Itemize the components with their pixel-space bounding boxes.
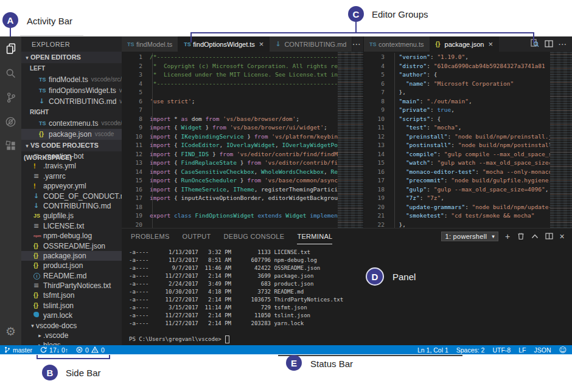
file-tree-item[interactable]: ≡.yarnrc bbox=[21, 171, 122, 181]
code-line[interactable]: 19 "7z": "7z", bbox=[364, 194, 550, 203]
folder-item[interactable]: ▸.vscode bbox=[21, 331, 122, 340]
language-mode-status[interactable]: JSON bbox=[534, 346, 551, 354]
code-line[interactable]: 20 "update-grammars": "node build/npm/up… bbox=[364, 203, 550, 212]
code-line[interactable]: 12 "preinstall": "node build/npm/preinst… bbox=[364, 132, 550, 142]
file-tree-item[interactable]: npmnpm-debug.log bbox=[21, 231, 122, 241]
editor-tab[interactable]: ↓CONTRIBUTING.md bbox=[270, 36, 352, 52]
file-tree-item[interactable]: yarn.lock bbox=[21, 311, 122, 320]
open-editor-item[interactable]: TScontextmenu.tsvscode/src/... bbox=[21, 118, 122, 129]
file-tree-item[interactable]: {}tslint.json bbox=[21, 301, 122, 311]
debug-icon[interactable] bbox=[0, 109, 21, 134]
cursor-position-status[interactable]: Ln 1, Col 1 bbox=[417, 346, 448, 354]
code-line[interactable]: 7 }, bbox=[364, 88, 550, 97]
sync-status[interactable]: 17↓ 0↑ bbox=[40, 346, 68, 354]
open-editor-item[interactable]: ↓CONTRIBUTING.mdvscode bbox=[21, 96, 122, 107]
editor-tab[interactable]: TSfindOptionsWidget.ts× bbox=[178, 36, 270, 52]
code-line[interactable]: 1/*-------------------------------------… bbox=[122, 53, 338, 62]
code-line[interactable]: 21 "smoketest": "cd test/smoke && mocha" bbox=[364, 211, 550, 221]
settings-gear-icon[interactable]: ⚙ bbox=[0, 322, 21, 340]
code-line[interactable]: 7 bbox=[122, 106, 338, 115]
open-editor-item[interactable]: TSfindModel.tsvscode/src/vs/... bbox=[21, 74, 122, 85]
code-line[interactable]: 4 *-------------------------------------… bbox=[122, 80, 338, 89]
code-line[interactable]: 18 bbox=[122, 203, 338, 212]
code-line[interactable]: 22 }, bbox=[364, 221, 550, 229]
open-editors-header[interactable]: ▾OPEN EDITORS bbox=[21, 52, 122, 63]
close-icon[interactable]: × bbox=[488, 41, 493, 47]
terminal[interactable]: -a---- 1/13/2017 3:32 PM 1133 LICENSE.tx… bbox=[129, 249, 566, 343]
code-line[interactable]: 13import { FindReplaceState } from 'vs/e… bbox=[122, 159, 338, 168]
code-line[interactable]: 16 "monaco-editor-test": "mocha --only-m… bbox=[364, 168, 550, 177]
extensions-icon[interactable] bbox=[0, 134, 21, 158]
git-branch-status[interactable]: master bbox=[4, 346, 32, 354]
file-tree-item[interactable]: ≡ThirdPartyNotices.txt bbox=[21, 281, 122, 291]
file-tree-item[interactable]: ↓CONTRIBUTING.md bbox=[21, 201, 122, 211]
terminal-select[interactable]: 1: powershell▾ bbox=[441, 232, 498, 241]
source-control-icon[interactable] bbox=[0, 85, 21, 109]
maximize-panel-icon[interactable] bbox=[531, 233, 539, 240]
editor-tab[interactable]: TScontextmenu.ts bbox=[364, 36, 430, 52]
kill-terminal-icon[interactable] bbox=[517, 232, 525, 241]
file-tree-item[interactable]: !.travis.yml bbox=[21, 161, 122, 171]
code-line[interactable]: 9import { Widget } from 'vs/base/browser… bbox=[122, 123, 338, 132]
file-tree-item[interactable]: ↓CODE_OF_CONDUCT.md bbox=[21, 191, 122, 201]
errors-warnings-status[interactable]: 0 0 bbox=[76, 346, 105, 354]
tab-terminal[interactable]: TERMINAL bbox=[297, 229, 332, 244]
explorer-icon[interactable] bbox=[0, 36, 21, 61]
tab-output[interactable]: OUTPUT bbox=[183, 229, 211, 244]
code-line[interactable]: 17import { inputActiveOptionBorder, edit… bbox=[122, 194, 338, 203]
file-tree-item[interactable]: {}package.json bbox=[21, 251, 122, 261]
code-line[interactable]: 19export class FindOptionsWidget extends… bbox=[122, 211, 338, 221]
split-panel-icon[interactable] bbox=[545, 233, 553, 241]
code-line[interactable]: 16import { IThemeService, ITheme, regist… bbox=[122, 185, 338, 194]
code-line[interactable]: 8 "main": "./out/main", bbox=[364, 97, 550, 106]
close-icon[interactable]: × bbox=[259, 41, 264, 47]
code-line[interactable]: 13 "postinstall": "node build/npm/postin… bbox=[364, 141, 550, 150]
code-line[interactable]: 14 "compile": "gulp compile --max_old_sp… bbox=[364, 150, 550, 159]
file-tree-item[interactable]: {}OSSREADME.json bbox=[21, 241, 122, 251]
editor-tab[interactable]: TSfindModel.ts bbox=[122, 36, 178, 52]
open-editor-item[interactable]: {}package.jsonvscode bbox=[21, 129, 122, 140]
tab-debug-console[interactable]: DEBUG CONSOLE bbox=[224, 229, 285, 244]
code-line[interactable]: 18 "gulp": "gulp --max_old_space_size=40… bbox=[364, 185, 550, 194]
file-tree-item[interactable]: {}tsfmt.json bbox=[21, 291, 122, 300]
file-tree-item[interactable]: {}product.json bbox=[21, 261, 122, 270]
code-line[interactable]: 11 "test": "mocha", bbox=[364, 123, 550, 132]
code-line[interactable]: 5 bbox=[122, 88, 338, 97]
open-editor-item[interactable]: TSfindOptionsWidget.tsvsco... bbox=[21, 85, 122, 96]
search-icon[interactable] bbox=[0, 61, 21, 85]
open-preview-icon[interactable] bbox=[531, 39, 539, 50]
code-line[interactable]: 2 * Copyright (c) Microsoft Corporation.… bbox=[122, 62, 338, 71]
editor-left-content[interactable]: 1/*-------------------------------------… bbox=[122, 52, 363, 228]
folder-item[interactable]: ▸blogs bbox=[21, 340, 122, 345]
code-line[interactable]: 6'use strict'; bbox=[122, 97, 338, 106]
folder-item[interactable]: ▾vscode-docs bbox=[21, 321, 122, 331]
code-line[interactable]: 10import { IKeybindingService } from 'vs… bbox=[122, 132, 338, 142]
editor-tab[interactable]: {}package.json× bbox=[430, 36, 499, 52]
indentation-status[interactable]: Spaces: 2 bbox=[456, 346, 485, 354]
feedback-smiley-icon[interactable]: ☺ bbox=[559, 346, 567, 354]
code-line[interactable]: 9 "private": true, bbox=[364, 106, 550, 115]
file-tree-item[interactable]: ≡LICENSE.txt bbox=[21, 221, 122, 231]
file-tree-item[interactable]: ≡.mention-bot bbox=[21, 151, 122, 161]
code-line[interactable]: 8import * as dom from 'vs/base/browser/d… bbox=[122, 115, 338, 124]
split-editor-icon[interactable] bbox=[545, 39, 553, 50]
more-actions-icon[interactable]: ··· bbox=[352, 41, 361, 48]
code-line[interactable]: 5 "author": { bbox=[364, 70, 550, 80]
workspace-header[interactable]: ▾VS CODE PROJECTS (WORKSPACE) bbox=[21, 140, 122, 151]
code-line[interactable]: 14import { CaseSensitiveCheckbox, WholeW… bbox=[122, 168, 338, 177]
code-line[interactable]: 20 bbox=[122, 221, 338, 229]
code-line[interactable]: 17 "precommit": "node build/gulpfile.hyg… bbox=[364, 176, 550, 185]
code-line[interactable]: 3 "version": "1.19.0", bbox=[364, 53, 550, 62]
file-tree-item[interactable]: iREADME.md bbox=[21, 271, 122, 281]
code-line[interactable]: 4 "distro": "610ca6990cab94b59284327a374… bbox=[364, 62, 550, 71]
more-actions-icon[interactable]: ··· bbox=[559, 41, 567, 48]
eol-status[interactable]: LF bbox=[518, 346, 526, 354]
encoding-status[interactable]: UTF-8 bbox=[492, 346, 511, 354]
minimap[interactable] bbox=[338, 52, 363, 228]
code-line[interactable]: 15 "watch": "gulp watch --max_old_space_… bbox=[364, 159, 550, 168]
code-line[interactable]: 10 "scripts": { bbox=[364, 115, 550, 124]
code-line[interactable]: 11import { ICodeEditor, IOverlayWidget, … bbox=[122, 141, 338, 150]
new-terminal-icon[interactable]: + bbox=[505, 232, 510, 241]
terminal-cursor[interactable] bbox=[225, 335, 229, 343]
file-tree-item[interactable]: JSgulpfile.js bbox=[21, 211, 122, 221]
